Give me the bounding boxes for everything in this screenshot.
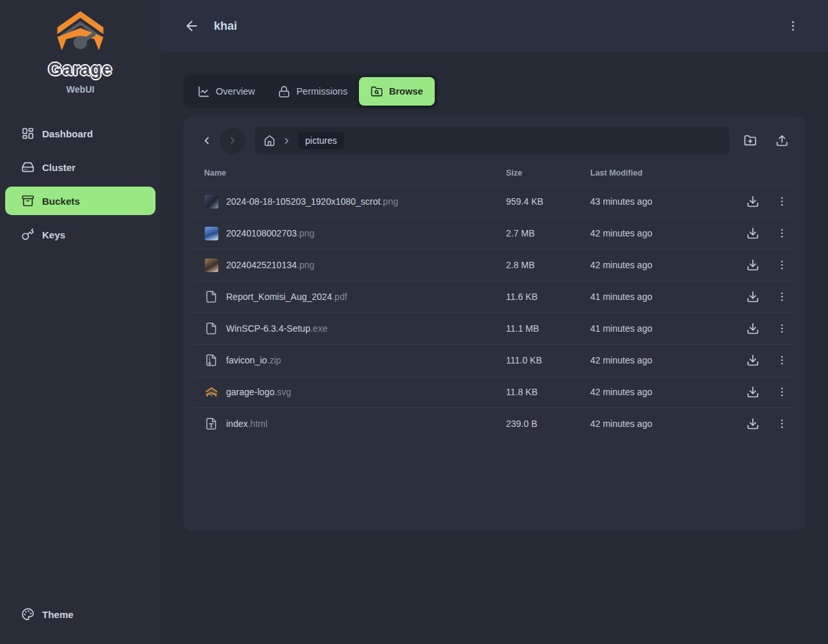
file-table-body: 2024-08-18-105203_1920x1080_scrot.png959…: [194, 185, 795, 439]
file-name: 2024-08-18-105203_1920x1080_scrot: [226, 196, 380, 207]
ellipsis-vertical-icon: [776, 291, 788, 303]
file-name: index: [226, 419, 247, 429]
upload-button[interactable]: [769, 128, 795, 154]
file-modified: 42 minutes ago: [590, 387, 700, 397]
table-row[interactable]: WinSCP-6.3.4-Setup.exe11.1 MB41 minutes …: [194, 312, 795, 344]
file-size: 11.1 MB: [506, 323, 590, 334]
row-menu-button[interactable]: [770, 412, 794, 435]
sidebar-item-label: Cluster: [42, 162, 76, 173]
thumb-blue-icon: [204, 226, 218, 240]
lock-icon: [278, 86, 290, 98]
sidebar-item-label: Buckets: [42, 196, 80, 207]
sidebar-item-dashboard[interactable]: Dashboard: [5, 119, 155, 148]
table-row[interactable]: favicon_io.zip111.0 KB42 minutes ago: [194, 344, 795, 376]
download-icon: [746, 385, 759, 398]
row-menu-button[interactable]: [770, 380, 794, 404]
tab-permissions[interactable]: Permissions: [266, 77, 359, 106]
file-modified: 42 minutes ago: [590, 228, 700, 238]
garage-logo-icon: [51, 8, 109, 58]
bucket-menu-button[interactable]: [784, 17, 802, 35]
download-icon: [746, 322, 759, 335]
tab-label: Browse: [389, 86, 422, 97]
file-extension: .png: [380, 196, 398, 207]
back-button[interactable]: [183, 17, 201, 35]
download-icon: [746, 354, 759, 367]
ellipsis-vertical-icon: [776, 227, 788, 239]
palette-icon: [21, 608, 34, 621]
sidebar-item-keys[interactable]: Keys: [5, 220, 155, 249]
ellipsis-vertical-icon: [776, 418, 788, 430]
download-button[interactable]: [741, 317, 765, 340]
file-extension: .png: [297, 228, 314, 238]
download-button[interactable]: [741, 285, 765, 308]
thumb-warm-icon: [204, 258, 218, 272]
row-menu-button[interactable]: [770, 317, 794, 340]
download-button[interactable]: [741, 222, 765, 245]
ellipsis-vertical-icon: [787, 19, 799, 32]
row-menu-button[interactable]: [770, 285, 794, 308]
sidebar: Garage WebUI DashboardClusterBucketsKeys…: [0, 0, 161, 644]
tab-overview[interactable]: Overview: [186, 77, 266, 106]
browser-card: pictures Name Size Last Modifie: [183, 117, 805, 530]
file-modified: 42 minutes ago: [590, 260, 700, 270]
download-icon: [746, 417, 759, 430]
theme-button[interactable]: Theme: [5, 600, 155, 628]
chevron-right-icon: [227, 135, 238, 146]
file-size: 11.8 KB: [506, 387, 590, 397]
file-icon: [204, 290, 218, 304]
table-row[interactable]: 2024-08-18-105203_1920x1080_scrot.png959…: [194, 185, 795, 217]
history-back-button[interactable]: [194, 128, 220, 154]
file-extension: .svg: [275, 387, 292, 397]
tab-label: Overview: [216, 86, 255, 97]
app-name: Garage: [48, 60, 112, 80]
table-row[interactable]: garage-logo.svg11.8 KB42 minutes ago: [194, 376, 795, 408]
download-icon: [746, 227, 759, 240]
download-icon: [746, 195, 759, 208]
table-row[interactable]: index.html239.0 B42 minutes ago: [194, 408, 795, 439]
row-menu-button[interactable]: [770, 349, 794, 372]
file-extension: .png: [297, 260, 314, 270]
download-button[interactable]: [741, 412, 765, 435]
home-icon[interactable]: [264, 135, 275, 146]
download-button[interactable]: [741, 349, 765, 372]
row-menu-button[interactable]: [770, 222, 794, 245]
sidebar-item-label: Keys: [42, 229, 65, 240]
sidebar-item-buckets[interactable]: Buckets: [5, 187, 155, 215]
file-extension: .zip: [267, 355, 281, 365]
download-icon: [746, 259, 759, 271]
file-zip-icon: [204, 353, 218, 367]
file-icon: [204, 321, 218, 336]
download-icon: [746, 290, 759, 303]
file-modified: 43 minutes ago: [590, 196, 700, 207]
column-header-modified: Last Modified: [590, 168, 700, 178]
table-row[interactable]: 20240108002703.png2.7 MB42 minutes ago: [194, 217, 795, 249]
download-button[interactable]: [741, 190, 765, 213]
topbar: khai: [161, 0, 828, 52]
app-subtitle: WebUI: [66, 84, 94, 95]
tab-browse[interactable]: Browse: [359, 77, 434, 106]
file-name: favicon_io: [226, 355, 267, 365]
file-size: 239.0 B: [506, 419, 590, 429]
arrow-left-icon: [184, 18, 200, 34]
row-menu-button[interactable]: [770, 253, 794, 277]
sidebar-nav: DashboardClusterBucketsKeys: [0, 119, 161, 254]
browser-toolbar: pictures: [194, 127, 795, 154]
file-name: Report_Komisi_Aug_2024: [226, 292, 332, 302]
download-button[interactable]: [741, 253, 765, 277]
row-menu-button[interactable]: [770, 190, 794, 213]
table-row[interactable]: Report_Komisi_Aug_2024.pdf11.6 KB41 minu…: [194, 281, 795, 312]
breadcrumb-folder-chip[interactable]: pictures: [298, 132, 344, 149]
folder-plus-icon: [744, 134, 757, 147]
thumb-screenshot-icon: [204, 194, 218, 209]
ellipsis-vertical-icon: [776, 259, 788, 271]
chevron-left-icon: [201, 135, 213, 146]
download-button[interactable]: [741, 380, 765, 404]
table-row[interactable]: 20240425210134.png2.8 MB42 minutes ago: [194, 249, 795, 281]
dashboard-icon: [21, 127, 34, 140]
sidebar-item-label: Dashboard: [42, 128, 93, 139]
sidebar-item-cluster[interactable]: Cluster: [5, 153, 155, 181]
history-forward-button[interactable]: [220, 128, 246, 154]
breadcrumb: pictures: [255, 127, 730, 154]
ellipsis-vertical-icon: [776, 323, 788, 334]
new-folder-button[interactable]: [737, 128, 763, 154]
